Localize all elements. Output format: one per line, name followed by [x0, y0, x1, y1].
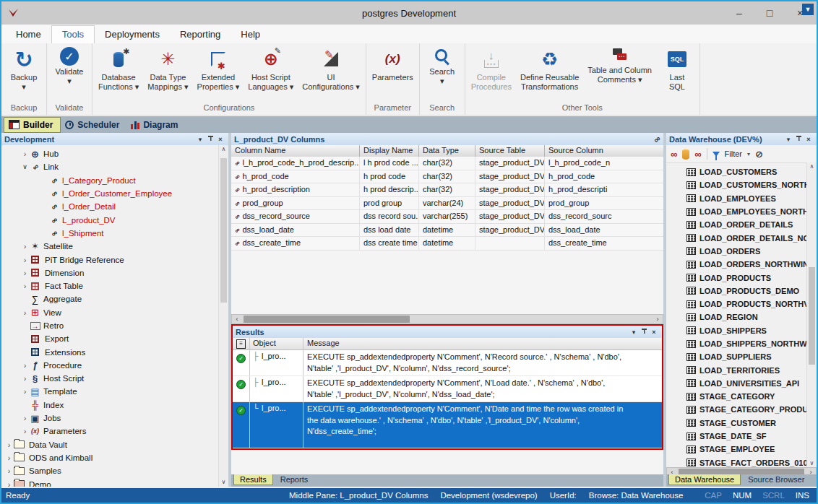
browser-table-row[interactable]: STAGE_DATE_SF	[666, 430, 807, 443]
schema-filter-icon[interactable]: ⊘	[755, 149, 763, 160]
pin-icon[interactable]	[639, 328, 649, 336]
tree-scrollbar[interactable]: ∧ ∨	[218, 145, 228, 487]
menu-tab[interactable]: Home	[6, 26, 51, 43]
filter-button[interactable]: Filter	[725, 149, 742, 158]
object-column-header[interactable]: Object	[250, 338, 303, 349]
expander-icon[interactable]	[20, 149, 30, 158]
ribbon-button[interactable]: Data Type Mappings ▾	[143, 45, 192, 102]
tree-item[interactable]: Link	[1, 160, 219, 173]
expander-icon[interactable]	[20, 242, 30, 251]
expander-icon[interactable]	[4, 453, 14, 462]
database-icon[interactable]	[682, 149, 689, 160]
tree-item[interactable]: Hub	[1, 147, 219, 160]
browser-table-row[interactable]: STAGE_EMPLOYEE	[666, 443, 807, 456]
ribbon-button[interactable]: Define Reusable Transformations	[516, 45, 583, 102]
pane-close-icon[interactable]: ×	[804, 136, 814, 143]
view-tab[interactable]: Scheduler	[61, 118, 126, 132]
pane-close-icon[interactable]: ×	[215, 136, 225, 143]
expander-icon[interactable]	[4, 440, 14, 449]
browser-table-row[interactable]: LOAD_SHIPPERS_NORTHW	[666, 337, 807, 350]
tree-item[interactable]: Samples	[1, 464, 219, 477]
tree-item[interactable]: Dimension	[1, 266, 219, 279]
message-column-header[interactable]: Message	[303, 338, 662, 349]
expander-icon[interactable]	[20, 427, 30, 435]
browser-table-row[interactable]: LOAD_TERRITORIES	[666, 363, 807, 376]
tree-item[interactable]: Retro	[1, 319, 219, 332]
tree-item[interactable]: Procedure	[1, 359, 219, 372]
browser-table-row[interactable]: LOAD_EMPLOYEES	[666, 192, 807, 205]
browser-table-row[interactable]: LOAD_PRODUCTS_NORTHV	[666, 297, 807, 310]
tree-item[interactable]: Fact Table	[1, 279, 219, 292]
ribbon-button[interactable]: Parameters	[368, 45, 418, 102]
browser-table-row[interactable]: LOAD_PRODUCTS_DEMO	[666, 284, 807, 297]
ribbon-button[interactable]: Validate ▾	[48, 45, 90, 102]
tree-item[interactable]: View	[1, 306, 219, 319]
tree-item[interactable]: l_Category_Product	[1, 174, 219, 187]
bottom-tab[interactable]: Reports	[275, 474, 314, 485]
pane-menu-icon[interactable]: ▾	[629, 329, 639, 336]
scroll-thumb[interactable]	[809, 267, 815, 365]
column-row[interactable]: dss_record_source dss record sou... varc…	[231, 210, 663, 224]
view-tab[interactable]: Builder	[4, 117, 61, 133]
pin-icon[interactable]	[793, 135, 804, 143]
bottom-tab[interactable]: Data Warehouse	[668, 474, 741, 485]
ribbon-button[interactable]: UI Configurations ▾	[298, 45, 364, 102]
tree-item[interactable]: Satellite	[1, 240, 219, 253]
tree-item[interactable]: l_Order_Detail	[1, 200, 219, 213]
browser-table-row[interactable]: STAGE_CUSTOMER	[666, 417, 807, 430]
view-tab[interactable]: Diagram	[126, 118, 185, 132]
ribbon-button[interactable]: Table and Column Comments ▾	[583, 45, 656, 102]
result-row[interactable]: ├ l_pro... EXECUTE sp_addextendedpropert…	[233, 376, 662, 402]
expander-icon[interactable]	[20, 256, 30, 264]
tree-item[interactable]: Jobs	[1, 412, 219, 425]
menu-tab[interactable]: Reporting	[170, 26, 231, 43]
browser-table-row[interactable]: STAGE_FACT_ORDERS_010_	[666, 456, 807, 468]
bottom-tab[interactable]: Source Browser	[742, 474, 810, 485]
scroll-left-icon[interactable]: ‹	[232, 316, 242, 323]
maximize-button[interactable]: □	[754, 1, 785, 25]
expander-icon[interactable]	[4, 466, 14, 475]
tree-item[interactable]: Demo	[1, 477, 219, 487]
ribbon-button[interactable]: Extended Properties ▾	[193, 45, 244, 102]
ribbon-button[interactable]: Database Functions ▾	[94, 45, 143, 102]
ribbon-button[interactable]: Backup ▾	[3, 45, 45, 102]
ribbon-button[interactable]: Last SQL	[656, 45, 698, 102]
browser-table-row[interactable]: STAGE_CATEGORY_PRODU	[666, 403, 807, 416]
menu-tab[interactable]: Help	[231, 26, 270, 43]
scroll-down-icon[interactable]: ∨	[219, 478, 228, 487]
browser-table-row[interactable]: LOAD_REGION	[666, 310, 807, 323]
browse-refresh-icon[interactable]: ∞	[694, 149, 701, 160]
expander-icon[interactable]	[4, 480, 14, 487]
filter-dropdown-icon[interactable]: ▾	[747, 151, 750, 157]
column-header[interactable]: Source Column	[545, 145, 663, 157]
tree-item[interactable]: Extensions	[1, 345, 219, 358]
menu-tab[interactable]: Tools	[51, 25, 95, 43]
bottom-tab[interactable]: Results	[233, 474, 273, 485]
tree-item[interactable]: ODS and Kimball	[1, 451, 219, 464]
browser-table-row[interactable]: LOAD_CUSTOMERS_NORTH	[666, 178, 807, 191]
column-row[interactable]: prod_group prod group varchar(24) stage_…	[231, 197, 663, 211]
browser-table-row[interactable]: STAGE_CATEGORY	[666, 390, 807, 403]
column-header[interactable]: Column Name	[231, 145, 360, 157]
tree-item[interactable]: Data Vault	[1, 438, 219, 451]
pane-menu-icon[interactable]: ▾	[195, 136, 205, 143]
result-row[interactable]: └ l_pro... EXECUTE sp_addextendedpropert…	[233, 402, 662, 448]
expander-icon[interactable]	[20, 374, 30, 383]
scroll-up-icon[interactable]: ∧	[807, 162, 817, 171]
minimize-button[interactable]: –	[724, 1, 754, 25]
scroll-thumb[interactable]	[244, 316, 410, 323]
browser-table-row[interactable]: LOAD_SHIPPERS	[666, 324, 807, 337]
filter-icon[interactable]	[712, 152, 720, 157]
column-row[interactable]: h_prod_description h prod descrip... cha…	[231, 183, 663, 197]
expander-icon[interactable]	[20, 308, 30, 317]
browser-table-row[interactable]: LOAD_ORDER_DETAILS_NO	[666, 231, 807, 244]
browser-table-row[interactable]: LOAD_PRODUCTS	[666, 271, 807, 284]
browser-table-row[interactable]: LOAD_EMPLOYEES_NORTH	[666, 205, 807, 218]
ribbon-button[interactable]: Search ▾	[421, 45, 463, 102]
tree-item[interactable]: Parameters	[1, 425, 219, 438]
browser-table-row[interactable]: LOAD_ORDER_DETAILS	[666, 218, 807, 231]
expander-icon[interactable]	[20, 269, 30, 277]
expander-icon[interactable]	[20, 387, 30, 396]
column-row[interactable]: dss_create_time dss create time datetime…	[231, 237, 663, 251]
pane-menu-icon[interactable]: ▾	[783, 136, 793, 143]
